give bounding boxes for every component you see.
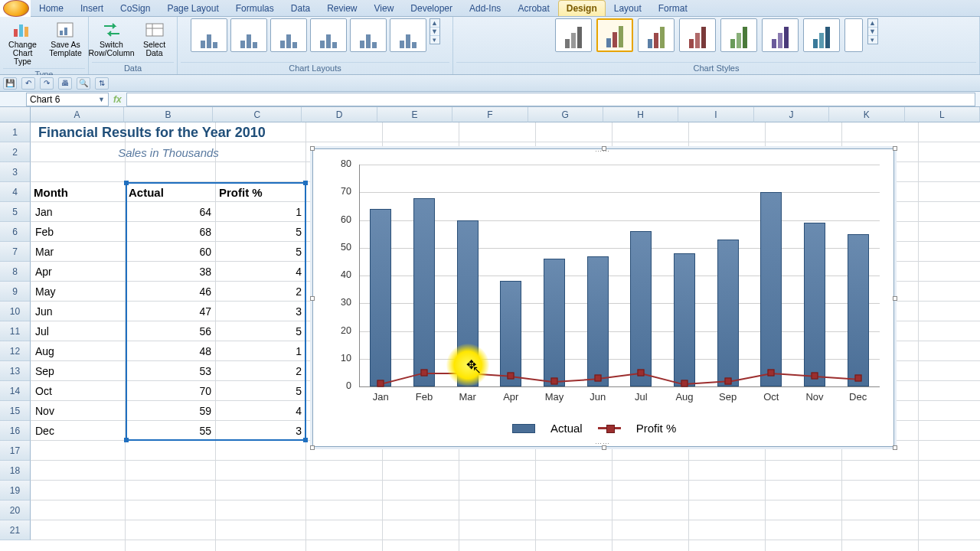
chart-line-marker[interactable] bbox=[377, 380, 384, 387]
style-gallery-scroll[interactable]: ▲▼▾ bbox=[867, 18, 878, 44]
col-header[interactable]: B bbox=[124, 107, 213, 122]
switch-row-column-button[interactable]: Switch Row/Column bbox=[92, 18, 132, 60]
chart-line-marker[interactable] bbox=[854, 375, 861, 382]
cell-grid[interactable]: Financial Results for the Year 2010Sales… bbox=[31, 122, 980, 551]
change-chart-type-button[interactable]: Change Chart Type bbox=[3, 18, 43, 68]
col-header[interactable]: F bbox=[452, 107, 528, 122]
row-header[interactable]: 8 bbox=[0, 262, 31, 282]
row-header[interactable]: 7 bbox=[0, 242, 31, 262]
tab-formulas[interactable]: Formulas bbox=[227, 0, 283, 16]
chart-bar[interactable] bbox=[587, 256, 609, 386]
worksheet[interactable]: ABCDEFGHIJKL 123456789101112131415161718… bbox=[0, 107, 980, 551]
row-header[interactable]: 2 bbox=[0, 142, 31, 162]
col-header[interactable]: J bbox=[754, 107, 829, 122]
tab-review[interactable]: Review bbox=[318, 0, 365, 16]
tab-developer[interactable]: Developer bbox=[402, 0, 461, 16]
chart-style-thumb[interactable] bbox=[596, 18, 633, 52]
row-header[interactable]: 3 bbox=[0, 162, 31, 182]
chart-line-segment[interactable] bbox=[424, 373, 468, 374]
row-header[interactable]: 10 bbox=[0, 302, 31, 321]
col-header[interactable]: E bbox=[377, 107, 452, 122]
office-orb[interactable] bbox=[3, 0, 29, 17]
chart-style-thumb[interactable] bbox=[679, 18, 716, 52]
chart-bar[interactable] bbox=[804, 223, 825, 386]
tab-cosign[interactable]: CoSign bbox=[112, 0, 158, 16]
row-header[interactable]: 5 bbox=[0, 202, 31, 222]
tab-insert[interactable]: Insert bbox=[72, 0, 112, 16]
row-header[interactable]: 14 bbox=[0, 381, 31, 401]
tab-design[interactable]: Design bbox=[558, 0, 606, 16]
chart-bar[interactable] bbox=[760, 192, 782, 386]
col-header[interactable]: D bbox=[302, 107, 377, 122]
tab-acrobat[interactable]: Acrobat bbox=[509, 0, 557, 16]
row-header[interactable]: 4 bbox=[0, 182, 31, 202]
row-header[interactable]: 1 bbox=[0, 122, 31, 142]
chart-layout-thumb[interactable] bbox=[310, 18, 347, 52]
name-box-dropdown-icon[interactable]: ▼ bbox=[98, 96, 105, 103]
embedded-chart[interactable]: ⋯⋯⋯⋯01020304050607080JanFebMarAprMayJunJ… bbox=[312, 148, 894, 447]
chart-line-marker[interactable] bbox=[508, 372, 514, 379]
chart-layout-thumb[interactable] bbox=[230, 18, 267, 52]
chart-layout-thumb[interactable] bbox=[350, 18, 387, 52]
row-header[interactable]: 17 bbox=[0, 441, 31, 461]
chart-line-marker[interactable] bbox=[812, 372, 818, 379]
selection-range[interactable] bbox=[126, 182, 306, 441]
row-header[interactable]: 20 bbox=[0, 500, 31, 520]
chart-bar[interactable] bbox=[848, 234, 869, 386]
col-header[interactable]: I bbox=[678, 107, 753, 122]
tab-data[interactable]: Data bbox=[283, 0, 318, 16]
chart-style-thumb[interactable] bbox=[844, 18, 863, 52]
row-header[interactable]: 9 bbox=[0, 282, 31, 302]
undo-icon[interactable]: ↶ bbox=[21, 77, 35, 90]
chart-style-thumb[interactable] bbox=[720, 18, 757, 52]
chart-resize-handle[interactable] bbox=[893, 146, 897, 151]
row-header[interactable]: 15 bbox=[0, 401, 31, 421]
chart-line-marker[interactable] bbox=[464, 369, 471, 376]
save-icon[interactable]: 💾 bbox=[3, 77, 17, 90]
col-header[interactable]: A bbox=[31, 107, 124, 122]
chart-style-thumb[interactable] bbox=[555, 18, 592, 52]
row-header[interactable]: 13 bbox=[0, 361, 31, 381]
chart-bar[interactable] bbox=[674, 253, 695, 386]
col-header[interactable]: C bbox=[213, 107, 302, 122]
chart-resize-handle[interactable] bbox=[893, 445, 897, 450]
chart-resize-handle[interactable] bbox=[893, 296, 897, 301]
chart-line-marker[interactable] bbox=[594, 375, 601, 382]
chart-bar[interactable] bbox=[457, 220, 479, 387]
chart-style-thumb[interactable] bbox=[803, 18, 840, 52]
chart-bar[interactable] bbox=[500, 281, 521, 386]
col-header[interactable]: K bbox=[829, 107, 904, 122]
chart-line-marker[interactable] bbox=[551, 377, 558, 384]
row-header[interactable]: 11 bbox=[0, 321, 31, 341]
chart-resize-handle[interactable] bbox=[310, 146, 315, 151]
column-headers[interactable]: ABCDEFGHIJKL bbox=[31, 107, 980, 122]
chart-resize-handle[interactable] bbox=[310, 445, 315, 450]
row-headers[interactable]: 123456789101112131415161718192021 bbox=[0, 122, 31, 540]
chart-line-marker[interactable] bbox=[768, 369, 775, 376]
tab-layout[interactable]: Layout bbox=[606, 0, 650, 16]
chart-bar[interactable] bbox=[630, 231, 652, 386]
select-all-corner[interactable] bbox=[0, 107, 31, 122]
formula-input[interactable] bbox=[126, 93, 975, 106]
chart-line-marker[interactable] bbox=[681, 380, 688, 387]
tab-format[interactable]: Format bbox=[650, 0, 696, 16]
col-header[interactable]: G bbox=[528, 107, 603, 122]
redo-icon[interactable]: ↷ bbox=[40, 77, 54, 90]
chart-plot-area[interactable] bbox=[359, 165, 880, 386]
chart-layout-thumb[interactable] bbox=[270, 18, 307, 52]
tab-add-ins[interactable]: Add-Ins bbox=[461, 0, 509, 16]
chart-bar[interactable] bbox=[413, 198, 435, 387]
row-header[interactable]: 6 bbox=[0, 222, 31, 242]
row-header[interactable]: 16 bbox=[0, 421, 31, 441]
chart-bar[interactable] bbox=[370, 209, 391, 386]
preview-icon[interactable]: 🔍 bbox=[77, 77, 90, 90]
select-data-button[interactable]: Select Data bbox=[135, 18, 175, 60]
chart-layout-thumb[interactable] bbox=[191, 18, 227, 52]
chart-line-marker[interactable] bbox=[421, 369, 428, 376]
name-box[interactable]: Chart 6 ▼ bbox=[26, 93, 109, 106]
row-header[interactable]: 12 bbox=[0, 341, 31, 361]
col-header[interactable]: H bbox=[603, 107, 678, 122]
chart-bar[interactable] bbox=[717, 240, 739, 386]
chart-line-marker[interactable] bbox=[724, 377, 731, 384]
layout-gallery-scroll[interactable]: ▲▼▾ bbox=[430, 18, 440, 44]
